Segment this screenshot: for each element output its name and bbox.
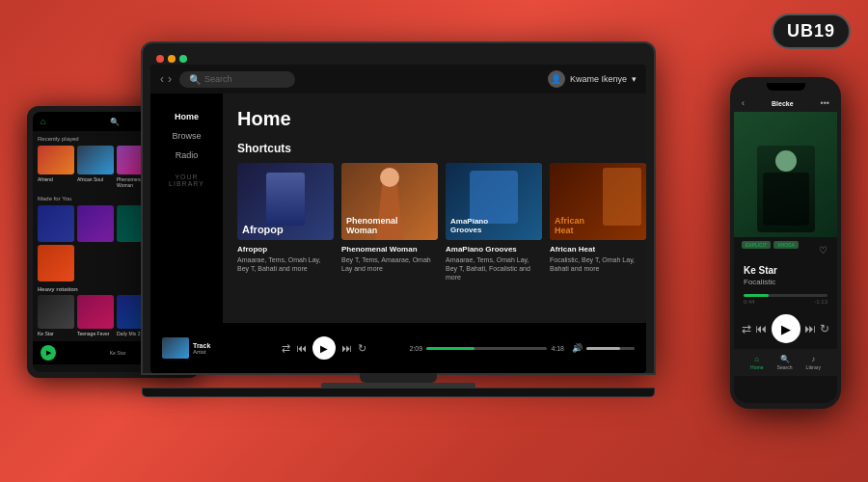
phone-prev-btn[interactable]: ⏮: [755, 322, 767, 335]
shortcut-card-african[interactable]: AfricanHeat African Heat Focalistic, Bey…: [550, 163, 646, 281]
repeat-btn[interactable]: ↻: [358, 342, 366, 355]
phone-top-bar: ‹ Blecke •••: [734, 94, 837, 112]
tablet-track-name: Ke Star: [110, 350, 126, 356]
african-image: AfricanHeat: [550, 163, 646, 240]
tablet-search-icon[interactable]: 🔍: [110, 118, 120, 126]
made-grid-2[interactable]: [77, 205, 114, 242]
next-btn[interactable]: ⏭: [341, 342, 352, 354]
woman-subtitle: Bey T, Tems, Amaarae, Omah Lay and more: [341, 255, 438, 273]
shortcuts-label: Shortcuts: [237, 142, 632, 155]
sidebar-item-radio[interactable]: Radio: [150, 147, 223, 164]
phone-nav-home[interactable]: ⌂ Home: [750, 355, 763, 370]
traffic-green: [179, 55, 187, 63]
library-label: Library: [806, 364, 821, 370]
sidebar-item-home[interactable]: Home: [150, 108, 223, 125]
phone-nav-library[interactable]: ♪ Library: [806, 355, 821, 370]
phone-more-icon[interactable]: •••: [821, 98, 829, 108]
tablet-card-img-1: [38, 146, 74, 174]
heavy-card-1[interactable]: Ke Star: [38, 295, 74, 336]
forward-arrow[interactable]: ›: [168, 72, 172, 86]
shortcut-card-woman[interactable]: PhenomenalWoman Phenomenal Woman Bey T, …: [341, 163, 438, 281]
heavy-img-1: [38, 295, 74, 329]
phone-notch: [767, 83, 805, 91]
spotify-top-bar: ‹ › 🔍 Search 👤 Kwame Ikenye ▾: [150, 65, 646, 94]
heavy-text-2: Teenage Fever: [77, 331, 114, 336]
laptop-screen-outer: ‹ › 🔍 Search 👤 Kwame Ikenye ▾: [143, 43, 654, 373]
logo-text: UB19: [787, 21, 835, 41]
time-elapsed: 2:09: [410, 345, 423, 352]
shortcut-card-afropop[interactable]: Afropop Afropop Amaarae, Tems, Omah Lay,…: [237, 163, 334, 281]
shortcut-card-amapiano[interactable]: AmaPianoGrooves AmaPiano Grooves Amaarae…: [446, 163, 542, 281]
tablet-card-2[interactable]: African Soul: [77, 146, 114, 188]
search-label: Search: [777, 364, 793, 370]
heavy-text-1: Ke Star: [38, 331, 74, 336]
phone-body: ‹ Blecke ••• EXPLICIT XHOSA Ke Sta: [730, 77, 841, 409]
phone-album-art: [734, 112, 837, 237]
volume-bar[interactable]: [586, 347, 635, 350]
african-title: African Heat: [550, 245, 646, 254]
phone-shuffle-btn[interactable]: ⇄: [742, 322, 751, 335]
spotify-content: Home Shortcuts Afropop Afropop Amaarae, …: [223, 94, 646, 323]
afropop-label: Afropop: [242, 224, 284, 235]
tablet-card-1[interactable]: Afriend: [38, 146, 74, 188]
made-grid-1[interactable]: [38, 205, 74, 242]
chevron-down-icon: ▾: [632, 74, 637, 84]
phone-header-label: Blecke: [772, 100, 794, 107]
traffic-red: [156, 55, 164, 63]
tablet-track-info: Ke Star: [110, 350, 126, 356]
made-grid-4[interactable]: [38, 245, 74, 281]
heavy-card-2[interactable]: Teenage Fever: [77, 295, 114, 336]
tablet-card-img-2: [77, 146, 114, 174]
amapiano-subtitle: Amaarae, Tems, Omah Lay, Bey T, Bahati, …: [446, 255, 542, 281]
time-total: 4:18: [551, 345, 564, 352]
phone-back-icon[interactable]: ‹: [742, 98, 745, 108]
phone-play-btn[interactable]: ▶: [772, 314, 800, 343]
phone-time-elapsed: 0:44: [744, 299, 755, 305]
search-placeholder: Search: [204, 74, 232, 84]
heart-icon[interactable]: ♡: [819, 245, 827, 255]
laptop-device: ‹ › 🔍 Search 👤 Kwame Ikenye ▾: [143, 43, 654, 396]
phone-track-name: Ke Star: [744, 265, 777, 276]
library-icon: ♪: [811, 355, 815, 363]
back-arrow[interactable]: ‹: [160, 72, 164, 86]
logo-badge: UB19: [772, 13, 851, 49]
shortcuts-grid: Afropop Afropop Amaarae, Tems, Omah Lay,…: [237, 163, 632, 281]
phone-artist-name: Focalistic: [744, 278, 827, 286]
phone-nav-search[interactable]: 🔍 Search: [777, 355, 793, 370]
tablet-play-btn[interactable]: ▶: [41, 345, 56, 361]
traffic-yellow: [168, 55, 176, 63]
phone-time-row: 0:44 -1:13: [744, 299, 827, 305]
play-pause-btn[interactable]: ▶: [312, 336, 336, 360]
afropop-image: Afropop: [237, 163, 334, 240]
phone-track-info: Ke Star ♡ Focalistic: [734, 253, 837, 290]
spotify-main: Home Browse Radio YOUR LIBRARY Home Shor…: [150, 94, 646, 323]
tablet-card-text-1: Afriend: [38, 176, 74, 182]
phone-notch-row: [734, 83, 837, 91]
phone-bottom-bar: ⌂ Home 🔍 Search ♪ Library: [734, 349, 837, 376]
sidebar-item-browse[interactable]: Browse: [150, 127, 223, 145]
search-bar[interactable]: 🔍 Search: [179, 71, 295, 88]
phone-player-controls: ⇄ ⏮ ▶ ⏭ ↻: [734, 308, 837, 349]
prev-btn[interactable]: ⏮: [296, 342, 307, 354]
shuffle-btn[interactable]: ⇄: [282, 342, 290, 355]
player-bar: Track Artist ⇄ ⏮ ▶ ⏭ ↻ 2:09 4:18: [150, 323, 646, 373]
laptop-stand: [360, 373, 437, 383]
afropop-title: Afropop: [237, 245, 334, 254]
phone-repeat-btn[interactable]: ↻: [820, 322, 829, 335]
phone-progress-section: 0:44 -1:13: [734, 290, 837, 308]
phone-time-total: -1:13: [814, 299, 827, 305]
woman-label: PhenomenalWoman: [346, 216, 398, 235]
phone-next-btn[interactable]: ⏭: [804, 322, 816, 335]
user-pill: 👤 Kwame Ikenye ▾: [548, 70, 637, 88]
phone-progress-bar[interactable]: [744, 294, 827, 297]
sidebar-library-label: YOUR LIBRARY: [150, 174, 223, 187]
home-label: Home: [750, 364, 763, 370]
user-avatar: 👤: [548, 70, 565, 88]
progress-bar[interactable]: [426, 347, 547, 350]
afropop-subtitle: Amaarae, Tems, Omah Lay, Bey T, Bahati a…: [237, 255, 334, 273]
tablet-home-icon[interactable]: ⌂: [41, 117, 45, 126]
african-label: AfricanHeat: [555, 216, 584, 235]
phone-device: ‹ Blecke ••• EXPLICIT XHOSA Ke Sta: [730, 77, 841, 409]
nav-arrows: ‹ ›: [160, 72, 172, 86]
phone-progress-fill: [744, 294, 769, 297]
